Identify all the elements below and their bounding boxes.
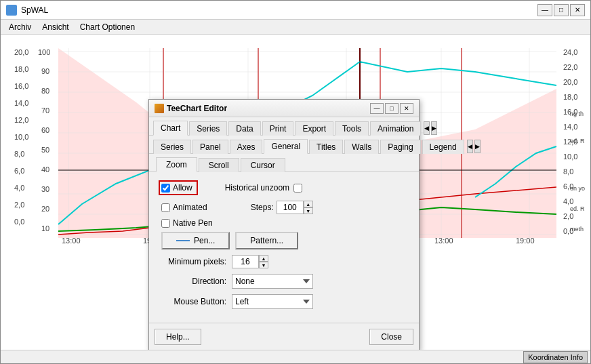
inner-tab-zoom[interactable]: Zoom <box>156 157 197 172</box>
dialog-title-bar: TeeChart Editor — □ ✕ <box>149 100 419 117</box>
koordinaten-info-badge: Koordinaten Info <box>523 351 588 363</box>
dialog-minimize-button[interactable]: — <box>370 103 384 114</box>
tab-data[interactable]: Data <box>228 121 260 136</box>
steps-increment-button[interactable]: ▲ <box>304 201 313 207</box>
animated-checkbox[interactable] <box>161 203 170 212</box>
close-button[interactable]: ✕ <box>570 4 585 16</box>
svg-text:8,0: 8,0 <box>14 150 24 158</box>
svg-text:80: 80 <box>41 87 49 95</box>
dialog-maximize-button[interactable]: □ <box>385 103 399 114</box>
svg-text:ed. R: ed. R <box>570 138 585 144</box>
steps-spinbox-buttons: ▲ ▼ <box>304 201 313 214</box>
steps-input[interactable]: 100 <box>277 201 304 214</box>
inner-tab-scroll[interactable]: Scroll <box>199 158 239 172</box>
min-pixels-spinbox: 16 ▲ ▼ <box>232 255 268 268</box>
svg-text:18,0: 18,0 <box>14 65 28 73</box>
tab-series[interactable]: Series <box>189 121 227 136</box>
svg-text:16,0: 16,0 <box>14 82 28 90</box>
svg-text:2,0: 2,0 <box>563 212 573 220</box>
main-window: SpWAL — □ ✕ Archiv Ansicht Chart Optione… <box>0 0 591 364</box>
tab-animation[interactable]: Animation <box>370 121 421 136</box>
help-button[interactable]: Help... <box>155 329 201 345</box>
tab-print[interactable]: Print <box>262 121 294 136</box>
tab-general[interactable]: General <box>264 139 308 154</box>
min-pixels-increment-button[interactable]: ▲ <box>259 255 268 262</box>
svg-text:14,0: 14,0 <box>14 99 28 107</box>
allow-checkbox[interactable] <box>161 184 170 193</box>
svg-text:90: 90 <box>41 67 49 75</box>
svg-text:24,0: 24,0 <box>563 48 577 56</box>
tab-series-2[interactable]: Series <box>153 140 191 154</box>
native-pen-checkbox[interactable] <box>161 219 170 228</box>
mouse-button-dropdown[interactable]: Left Right Both <box>232 294 313 309</box>
native-pen-label: Native Pen <box>173 218 213 228</box>
title-bar: SpWAL — □ ✕ <box>1 1 590 20</box>
steps-decrement-button[interactable]: ▼ <box>304 207 313 214</box>
minimize-button[interactable]: — <box>537 4 552 16</box>
svg-text:14,0: 14,0 <box>563 123 577 131</box>
status-bar: Koordinaten Info <box>1 350 590 363</box>
svg-text:50: 50 <box>41 146 49 154</box>
animated-row: Animated Steps: 100 ▲ ▼ <box>159 201 409 214</box>
tab-paging[interactable]: Paging <box>380 140 420 154</box>
dialog-icon <box>155 104 164 113</box>
pen-icon <box>176 240 190 241</box>
min-pixels-spinbox-buttons: ▲ ▼ <box>259 255 268 268</box>
min-pixels-decrement-button[interactable]: ▼ <box>259 262 268 268</box>
app-title: SpWAL <box>21 5 48 15</box>
svg-text:meth: meth <box>570 226 584 232</box>
tab-chart[interactable]: Chart <box>153 121 188 136</box>
tab-legend[interactable]: Legend <box>422 140 464 154</box>
allow-checkbox-highlight: Allow <box>159 180 198 195</box>
tab-export[interactable]: Export <box>295 121 333 136</box>
svg-text:40: 40 <box>41 165 49 174</box>
inner-tab-cursor[interactable]: Cursor <box>241 158 285 172</box>
tab-nav-left[interactable]: ◀ <box>424 121 430 135</box>
tab2-nav-left[interactable]: ◀ <box>467 140 473 153</box>
close-button-dialog[interactable]: Close <box>369 329 413 345</box>
dialog-close-button[interactable]: ✕ <box>400 103 413 114</box>
svg-text:20,0: 20,0 <box>563 78 577 86</box>
svg-text:20,0: 20,0 <box>14 48 28 56</box>
min-pixels-input[interactable]: 16 <box>232 255 259 268</box>
dialog-title-controls: — □ ✕ <box>370 103 413 114</box>
menu-archiv[interactable]: Archiv <box>3 21 37 33</box>
steps-label: Steps: <box>251 203 274 212</box>
tab-titles[interactable]: Titles <box>309 140 343 154</box>
min-pixels-label: Minimum pixels: <box>159 257 226 266</box>
svg-text:6,0: 6,0 <box>14 167 24 175</box>
maximize-button[interactable]: □ <box>554 4 569 16</box>
svg-text:18,0: 18,0 <box>563 93 577 101</box>
tab-nav-right[interactable]: ▶ <box>431 121 437 135</box>
tab-axes[interactable]: Axes <box>230 140 263 154</box>
tab-row-2: Series Panel Axes General Titles Walls P… <box>149 136 419 154</box>
pattern-button[interactable]: Pattern... <box>235 232 298 249</box>
title-bar-controls: — □ ✕ <box>537 4 585 16</box>
allow-label: Allow <box>173 183 192 193</box>
dialog-content: Allow Historical unzoom Animated Steps: … <box>149 172 419 323</box>
direction-row: Direction: None Horizontal Vertical Both <box>159 274 409 289</box>
tab-walls[interactable]: Walls <box>344 140 379 154</box>
svg-text:4,0: 4,0 <box>563 197 573 205</box>
menu-ansicht[interactable]: Ansicht <box>37 21 74 33</box>
dialog-title: TeeChart Editor <box>167 104 227 113</box>
historical-unzoom-checkbox[interactable] <box>293 184 302 193</box>
teechart-editor-dialog: TeeChart Editor — □ ✕ Chart Series Data … <box>148 99 420 350</box>
dialog-title-left: TeeChart Editor <box>155 104 227 113</box>
menu-chart-optionen[interactable]: Chart Optionen <box>75 21 140 33</box>
chart-area: 20,0 18,0 16,0 14,0 12,0 10,0 8,0 6,0 4,… <box>1 35 590 350</box>
allow-row: Allow Historical unzoom <box>159 180 409 195</box>
tab-panel[interactable]: Panel <box>192 140 228 154</box>
menu-bar: Archiv Ansicht Chart Optionen <box>1 20 590 35</box>
inner-tab-row: Zoom Scroll Cursor <box>149 154 419 172</box>
tab-tools[interactable]: Tools <box>335 121 369 136</box>
pen-button[interactable]: Pen... <box>161 232 230 249</box>
mouse-button-row: Mouse Button: Left Right Both <box>159 294 409 309</box>
svg-text:10,0: 10,0 <box>14 133 28 141</box>
dialog-footer: Help... Close <box>149 323 419 350</box>
svg-text:on yo: on yo <box>570 185 585 192</box>
svg-text:8,0: 8,0 <box>563 167 573 176</box>
direction-dropdown[interactable]: None Horizontal Vertical Both <box>232 274 313 289</box>
tab2-nav-right[interactable]: ▶ <box>474 140 481 153</box>
svg-text:30: 30 <box>41 185 49 193</box>
